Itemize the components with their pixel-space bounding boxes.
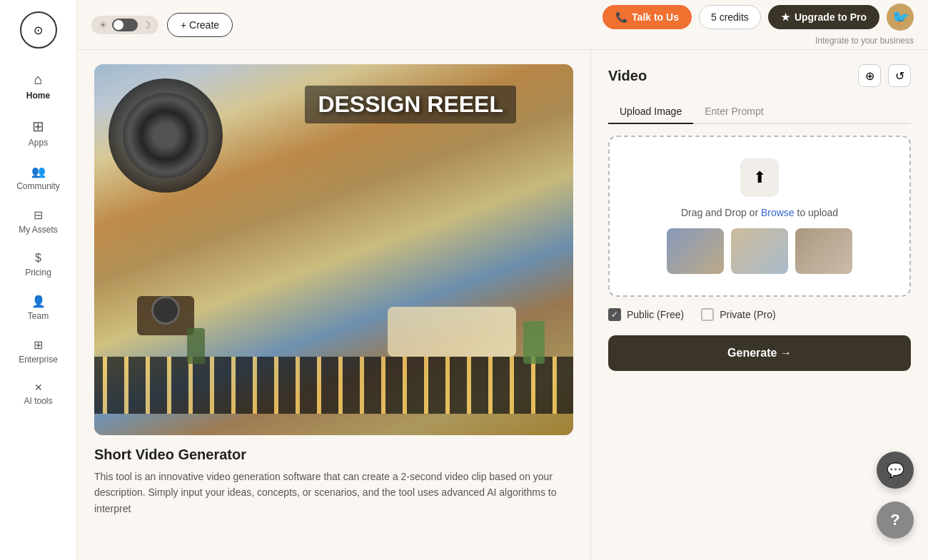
community-icon: 👥 xyxy=(31,165,46,178)
create-button[interactable]: + Create xyxy=(167,13,233,37)
sidebar-item-label: Pricing xyxy=(25,268,51,278)
sidebar-item-community[interactable]: 👥 Community xyxy=(0,158,76,198)
create-label: + Create xyxy=(181,19,219,31)
logo-icon: ⊙ xyxy=(34,24,43,37)
sidebar-item-apps[interactable]: ⊞ Apps xyxy=(0,111,76,155)
sidebar-item-label: Apps xyxy=(29,138,48,148)
talk-to-us-button[interactable]: 📞 Talk to Us xyxy=(602,5,692,29)
tool-title: Short Video Generator xyxy=(94,447,573,463)
moon-icon: ☽ xyxy=(142,19,151,31)
tool-description: This tool is an innovative video generat… xyxy=(94,469,573,516)
upload-area[interactable]: ⬆ Drag and Drop or Browse to upload xyxy=(608,136,911,297)
sidebar-item-label: AI tools xyxy=(24,396,52,406)
main-content: ☀ ☽ + Create 📞 Talk to Us 5 credits xyxy=(77,0,928,560)
upload-text: Drag and Drop or Browse to upload xyxy=(624,207,895,218)
option-public[interactable]: ✓ Public (Free) xyxy=(608,308,684,321)
dark-mode-toggle[interactable] xyxy=(112,19,138,31)
right-panel: Video ⊕ ↺ Upload Image Enter Prompt xyxy=(591,50,928,560)
sidebar-item-pricing[interactable]: $ Pricing xyxy=(0,245,76,285)
add-to-panel-button[interactable]: ⊕ xyxy=(858,64,881,87)
tabs: Upload Image Enter Prompt xyxy=(608,100,911,124)
panel-icons: ⊕ ↺ xyxy=(858,64,911,87)
browse-link[interactable]: Browse xyxy=(761,207,795,218)
panel-header: Video ⊕ ↺ xyxy=(608,64,911,87)
header-top-right: 📞 Talk to Us 5 credits ★ Upgrade to Pro … xyxy=(602,4,914,46)
team-icon: 👤 xyxy=(31,295,46,308)
help-bubble[interactable]: ? xyxy=(877,502,914,539)
enterprise-icon: ⊞ xyxy=(34,338,43,352)
apps-icon: ⊞ xyxy=(32,118,44,135)
header: ☀ ☽ + Create 📞 Talk to Us 5 credits xyxy=(77,0,928,50)
sample-image-1[interactable] xyxy=(667,228,724,274)
sidebar: ⊙ ⌂ Home ⊞ Apps 👥 Community ⊟ My Assets … xyxy=(0,0,77,560)
panel-title: Video xyxy=(608,68,647,84)
chat-icon: 💬 xyxy=(887,462,904,479)
logo[interactable]: ⊙ xyxy=(20,11,57,49)
sidebar-item-team[interactable]: 👤 Team xyxy=(0,287,76,328)
preview-image-container: DESSIGN REEEL xyxy=(94,64,573,435)
private-checkbox[interactable] xyxy=(701,308,714,321)
phone-icon: 📞 xyxy=(615,11,627,23)
sidebar-item-label: Community xyxy=(16,181,60,191)
history-icon: ↺ xyxy=(895,69,904,83)
sun-icon: ☀ xyxy=(99,19,108,31)
public-checkbox[interactable]: ✓ xyxy=(608,308,621,321)
ai-tools-icon: ✕ xyxy=(34,382,43,393)
my-assets-icon: ⊟ xyxy=(34,208,43,222)
add-frame-icon: ⊕ xyxy=(865,69,874,83)
header-right: 📞 Talk to Us 5 credits ★ Upgrade to Pro … xyxy=(602,4,914,46)
tab-upload-image[interactable]: Upload Image xyxy=(608,100,693,124)
sidebar-item-enterprise[interactable]: ⊞ Enterprise xyxy=(0,331,76,372)
help-icon: ? xyxy=(890,511,899,529)
option-private[interactable]: Private (Pro) xyxy=(701,308,776,321)
left-panel: DESSIGN REEEL Short Video Generator This… xyxy=(77,50,591,560)
sample-image-3[interactable] xyxy=(795,228,852,274)
tab-enter-prompt[interactable]: Enter Prompt xyxy=(693,100,775,124)
sidebar-item-ai-tools[interactable]: ✕ AI tools xyxy=(0,375,76,413)
sample-image-2[interactable] xyxy=(731,228,788,274)
preview-overlay-text: DESSIGN REEEL xyxy=(305,86,516,123)
star-icon: ★ xyxy=(781,11,790,23)
theme-toggle[interactable]: ☀ ☽ xyxy=(91,16,158,34)
upload-icon-button[interactable]: ⬆ xyxy=(740,158,779,197)
options-row: ✓ Public (Free) Private (Pro) xyxy=(608,308,911,321)
sidebar-item-home[interactable]: ⌂ Home xyxy=(0,64,76,108)
pricing-icon: $ xyxy=(35,252,41,265)
sidebar-item-label: Home xyxy=(26,91,50,101)
sidebar-item-label: My Assets xyxy=(19,225,58,235)
private-label: Private (Pro) xyxy=(720,309,776,320)
credits-button[interactable]: 5 credits xyxy=(699,5,761,29)
generate-button[interactable]: Generate → xyxy=(608,335,911,371)
public-label: Public (Free) xyxy=(627,309,684,320)
sidebar-item-label: Enterprise xyxy=(19,355,58,365)
toggle-knob xyxy=(114,20,123,30)
chat-bubble[interactable]: 💬 xyxy=(877,452,914,489)
home-icon: ⌂ xyxy=(34,71,42,88)
sidebar-item-my-assets[interactable]: ⊟ My Assets xyxy=(0,201,76,242)
avatar[interactable]: 🐦 xyxy=(887,4,914,31)
header-left: ☀ ☽ + Create xyxy=(91,13,233,37)
upgrade-button[interactable]: ★ Upgrade to Pro xyxy=(768,5,879,29)
upload-icon: ⬆ xyxy=(753,168,766,187)
sidebar-item-label: Team xyxy=(28,311,49,321)
history-button[interactable]: ↺ xyxy=(888,64,911,87)
integrate-text: Integrate to your business xyxy=(815,36,914,46)
body-area: DESSIGN REEEL Short Video Generator This… xyxy=(77,50,928,560)
sample-images xyxy=(624,228,895,274)
header-actions: 📞 Talk to Us 5 credits ★ Upgrade to Pro … xyxy=(602,4,914,31)
